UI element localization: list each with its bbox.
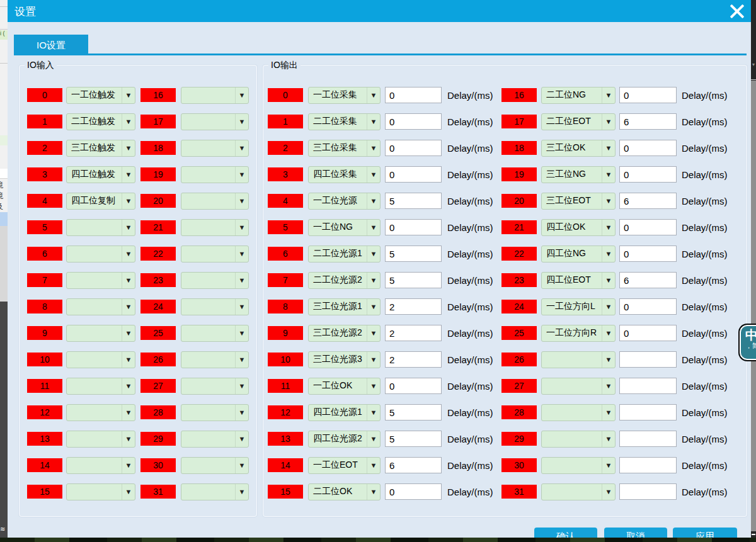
- io-output-function-dropdown[interactable]: ▼: [541, 404, 616, 421]
- io-output-function-dropdown[interactable]: 三工位采集▼: [308, 140, 381, 157]
- delay-input[interactable]: [619, 219, 677, 235]
- io-input-function-dropdown[interactable]: ▼: [66, 272, 135, 289]
- io-output-function-dropdown[interactable]: ▼: [541, 351, 616, 368]
- delay-input[interactable]: [619, 351, 677, 368]
- delay-input[interactable]: [619, 457, 677, 473]
- io-input-function-dropdown[interactable]: ▼: [66, 351, 135, 368]
- io-output-function-dropdown[interactable]: 一工位方向L▼: [541, 298, 616, 315]
- io-output-function-dropdown[interactable]: ▼: [541, 378, 616, 395]
- io-input-function-dropdown[interactable]: ▼: [66, 246, 135, 263]
- io-output-function-dropdown[interactable]: 一工位OK▼: [308, 378, 381, 395]
- io-input-function-dropdown[interactable]: 三工位触发▼: [66, 140, 135, 157]
- delay-input[interactable]: [385, 113, 442, 130]
- io-output-function-dropdown[interactable]: 四工位光源2▼: [308, 431, 381, 448]
- delay-input[interactable]: [385, 246, 442, 262]
- delay-input[interactable]: [385, 378, 442, 394]
- io-input-function-dropdown[interactable]: ▼: [181, 483, 249, 500]
- io-input-function-dropdown[interactable]: ▼: [181, 431, 249, 448]
- io-input-function-dropdown[interactable]: ▼: [181, 166, 249, 183]
- io-input-function-dropdown[interactable]: ▼: [181, 140, 249, 157]
- io-output-function-dropdown[interactable]: 二工位EOT▼: [541, 113, 616, 130]
- io-input-function-dropdown[interactable]: ▼: [181, 298, 249, 315]
- io-output-function-dropdown[interactable]: 二工位NG▼: [541, 87, 616, 104]
- delay-input[interactable]: [385, 140, 442, 156]
- io-input-function-dropdown[interactable]: 四工位触发▼: [66, 166, 135, 183]
- delay-input[interactable]: [385, 457, 442, 473]
- io-input-function-dropdown[interactable]: ▼: [66, 298, 135, 315]
- io-output-function-dropdown[interactable]: 三工位光源3▼: [308, 351, 381, 368]
- delay-input[interactable]: [619, 483, 677, 500]
- io-input-function-dropdown[interactable]: ▼: [181, 113, 249, 130]
- io-output-function-dropdown[interactable]: 四工位采集▼: [308, 166, 381, 183]
- delay-input[interactable]: [619, 298, 677, 315]
- io-input-function-dropdown[interactable]: ▼: [181, 272, 249, 289]
- delay-input[interactable]: [385, 87, 442, 103]
- io-output-function-dropdown[interactable]: 一工位EOT▼: [308, 457, 381, 474]
- delay-input[interactable]: [385, 166, 442, 183]
- close-icon[interactable]: [728, 2, 747, 21]
- io-output-function-dropdown[interactable]: 四工位OK▼: [541, 219, 616, 236]
- io-input-function-dropdown[interactable]: ▼: [66, 325, 135, 342]
- delay-input[interactable]: [619, 166, 677, 183]
- io-input-function-dropdown[interactable]: ▼: [181, 246, 249, 263]
- io-output-function-dropdown[interactable]: 二工位光源1▼: [308, 246, 381, 263]
- io-input-function-dropdown[interactable]: ▼: [181, 457, 249, 474]
- delay-input[interactable]: [619, 431, 677, 447]
- delay-input[interactable]: [385, 431, 442, 447]
- delay-input[interactable]: [619, 193, 677, 209]
- io-input-function-dropdown[interactable]: ▼: [66, 219, 135, 236]
- delay-input[interactable]: [619, 87, 677, 103]
- delay-input[interactable]: [619, 404, 677, 421]
- io-output-function-dropdown[interactable]: 三工位OK▼: [541, 140, 616, 157]
- io-input-function-dropdown[interactable]: ▼: [66, 483, 135, 500]
- io-input-function-dropdown[interactable]: ▼: [181, 87, 249, 104]
- io-input-function-dropdown[interactable]: ▼: [181, 378, 249, 395]
- delay-input[interactable]: [385, 325, 442, 341]
- delay-input[interactable]: [385, 483, 442, 500]
- io-input-function-dropdown[interactable]: ▼: [181, 325, 249, 342]
- delay-input[interactable]: [385, 219, 442, 235]
- io-input-function-dropdown[interactable]: ▼: [181, 404, 249, 421]
- io-output-function-dropdown[interactable]: 四工位光源1▼: [308, 404, 381, 421]
- io-output-function-dropdown[interactable]: 一工位NG▼: [308, 219, 381, 236]
- io-output-function-dropdown[interactable]: 二工位OK▼: [308, 483, 381, 500]
- tab-io-settings[interactable]: IO设置: [14, 35, 88, 55]
- scroll-arrow-icon[interactable]: ▾: [751, 62, 756, 67]
- io-input-function-dropdown[interactable]: ▼: [66, 431, 135, 448]
- io-output-function-dropdown[interactable]: 二工位光源2▼: [308, 272, 381, 289]
- io-output-function-dropdown[interactable]: 三工位EOT▼: [541, 193, 616, 210]
- io-output-function-dropdown[interactable]: 一工位采集▼: [308, 87, 381, 104]
- io-input-function-dropdown[interactable]: ▼: [181, 219, 249, 236]
- io-output-function-dropdown[interactable]: 一工位方向R▼: [541, 325, 616, 342]
- io-output-function-dropdown[interactable]: 二工位采集▼: [308, 113, 381, 130]
- delay-input[interactable]: [385, 404, 442, 421]
- delay-input[interactable]: [619, 113, 677, 130]
- io-output-function-dropdown[interactable]: 三工位光源1▼: [308, 298, 381, 315]
- io-output-function-dropdown[interactable]: 四工位EOT▼: [541, 272, 616, 289]
- delay-input[interactable]: [385, 193, 442, 209]
- delay-input[interactable]: [619, 272, 677, 288]
- delay-input[interactable]: [385, 298, 442, 315]
- io-input-function-dropdown[interactable]: 二工位触发▼: [66, 113, 135, 130]
- delay-input[interactable]: [619, 140, 677, 156]
- io-input-function-dropdown[interactable]: ▼: [66, 378, 135, 395]
- io-input-function-dropdown[interactable]: ▼: [181, 351, 249, 368]
- io-input-function-dropdown[interactable]: ▼: [66, 404, 135, 421]
- io-output-function-dropdown[interactable]: 一工位光源▼: [308, 193, 381, 210]
- delay-input[interactable]: [385, 272, 442, 288]
- io-input-function-dropdown[interactable]: ▼: [181, 193, 249, 210]
- ime-indicator[interactable]: 中 ，简: [738, 324, 756, 361]
- delay-input[interactable]: [385, 351, 442, 368]
- delay-input[interactable]: [619, 325, 677, 341]
- io-output-function-dropdown[interactable]: ▼: [541, 483, 616, 500]
- scrollbar-track[interactable]: [751, 81, 756, 531]
- io-input-function-dropdown[interactable]: 一工位触发▼: [66, 87, 135, 104]
- delay-input[interactable]: [619, 246, 677, 262]
- io-output-function-dropdown[interactable]: ▼: [541, 431, 616, 448]
- io-output-function-dropdown[interactable]: 三工位NG▼: [541, 166, 616, 183]
- io-output-function-dropdown[interactable]: 三工位光源2▼: [308, 325, 381, 342]
- io-output-function-dropdown[interactable]: 四工位NG▼: [541, 246, 616, 263]
- io-input-function-dropdown[interactable]: ▼: [66, 457, 135, 474]
- io-output-function-dropdown[interactable]: ▼: [541, 457, 616, 474]
- delay-input[interactable]: [619, 378, 677, 394]
